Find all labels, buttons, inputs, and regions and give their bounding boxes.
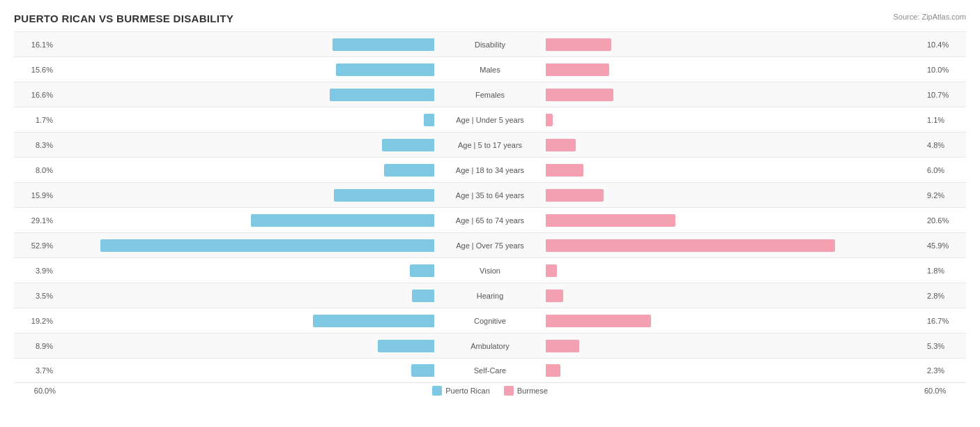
left-bar-wrap (56, 264, 434, 277)
right-bar-wrap (546, 63, 924, 76)
val-left: 3.5% (14, 292, 56, 300)
footer-left-pct: 60.0% (14, 387, 56, 395)
center-label: Age | Over 75 years (434, 241, 546, 250)
val-left: 3.7% (14, 366, 56, 375)
legend-blue-item: Puerto Rican (432, 386, 490, 396)
val-left: 52.9% (14, 241, 56, 250)
right-bar-wrap (546, 315, 924, 327)
val-right: 10.7% (924, 91, 966, 99)
chart-container: PUERTO RICAN VS BURMESE DISABILITY Sourc… (0, 0, 980, 403)
right-bar-wrap (546, 364, 924, 377)
center-label: Hearing (434, 292, 546, 300)
bar-blue (378, 340, 434, 352)
right-bar-wrap (546, 114, 924, 126)
bar-group: 3.5% Hearing 2.8% (14, 286, 966, 306)
left-bar-wrap (56, 340, 434, 352)
bars-area: Age | Under 5 years (56, 110, 924, 130)
right-bar-wrap (546, 290, 924, 302)
bar-group: 29.1% Age | 65 to 74 years 20.6% (14, 211, 966, 230)
left-bar-wrap (56, 239, 434, 252)
bar-blue (384, 164, 434, 177)
bars-area: Self-Care (56, 361, 924, 380)
right-bar-wrap (546, 139, 924, 151)
val-left: 8.9% (14, 342, 56, 350)
center-label: Age | 5 to 17 years (434, 141, 546, 149)
chart-row: 1.7% Age | Under 5 years 1.1% (14, 107, 966, 132)
source-text: Source: ZipAtlas.com (893, 13, 966, 21)
bar-blue (412, 290, 434, 302)
left-bar-wrap (56, 114, 434, 126)
bar-group: 15.6% Males 10.0% (14, 60, 966, 80)
chart-row: 8.3% Age | 5 to 17 years 4.8% (14, 132, 966, 157)
val-left: 8.0% (14, 166, 56, 174)
val-left: 29.1% (14, 216, 56, 225)
chart-row: 52.9% Age | Over 75 years 45.9% (14, 232, 966, 257)
bars-area: Age | 65 to 74 years (56, 211, 924, 230)
bar-pink (546, 364, 560, 377)
bar-pink (546, 139, 576, 151)
left-bar-wrap (56, 63, 434, 76)
left-bar-wrap (56, 315, 434, 327)
right-bar-wrap (546, 214, 924, 227)
bar-blue (100, 239, 434, 252)
chart-row: 15.6% Males 10.0% (14, 57, 966, 82)
right-bar-wrap (546, 340, 924, 352)
center-label: Cognitive (434, 317, 546, 325)
right-bar-wrap (546, 264, 924, 277)
center-label: Females (434, 91, 546, 99)
chart-title: PUERTO RICAN VS BURMESE DISABILITY (14, 13, 233, 24)
bars-area: Disability (56, 35, 924, 54)
chart-row: 19.2% Cognitive 16.7% (14, 308, 966, 333)
left-bar-wrap (56, 139, 434, 151)
center-label: Age | 65 to 74 years (434, 216, 546, 225)
legend-blue-label: Puerto Rican (445, 387, 490, 395)
val-left: 8.3% (14, 141, 56, 149)
chart-row: 8.0% Age | 18 to 34 years 6.0% (14, 157, 966, 182)
bar-group: 16.1% Disability 10.4% (14, 35, 966, 54)
center-label: Self-Care (434, 366, 546, 375)
bar-pink (546, 189, 604, 202)
center-label: Age | 35 to 64 years (434, 191, 546, 200)
chart-row: 3.9% Vision 1.8% (14, 257, 966, 283)
chart-row: 29.1% Age | 65 to 74 years 20.6% (14, 207, 966, 232)
chart-row: 8.9% Ambulatory 5.3% (14, 333, 966, 358)
left-bar-wrap (56, 189, 434, 202)
bars-area: Age | Over 75 years (56, 236, 924, 255)
val-right: 1.1% (924, 116, 966, 124)
bar-group: 19.2% Cognitive 16.7% (14, 311, 966, 331)
val-left: 15.9% (14, 191, 56, 200)
legend: Puerto Rican Burmese (56, 386, 924, 396)
val-right: 4.8% (924, 141, 966, 149)
chart-body: 16.1% Disability 10.4% 15.6% (14, 31, 966, 383)
bars-area: Hearing (56, 286, 924, 306)
bar-group: 15.9% Age | 35 to 64 years 9.2% (14, 186, 966, 205)
left-bar-wrap (56, 290, 434, 302)
bar-pink (546, 114, 553, 126)
bar-blue (382, 139, 434, 151)
bar-pink (546, 63, 609, 76)
bar-group: 8.0% Age | 18 to 34 years 6.0% (14, 160, 966, 180)
chart-row: 16.6% Females 10.7% (14, 82, 966, 107)
bar-blue (332, 38, 434, 51)
val-right: 16.7% (924, 317, 966, 325)
bar-group: 1.7% Age | Under 5 years 1.1% (14, 110, 966, 130)
chart-footer: 60.0% Puerto Rican Burmese 60.0% (14, 386, 966, 396)
chart-row: 3.7% Self-Care 2.3% (14, 358, 966, 383)
bar-pink (546, 315, 651, 327)
val-right: 6.0% (924, 166, 966, 174)
bar-group: 16.6% Females 10.7% (14, 85, 966, 105)
bar-blue (411, 364, 434, 377)
val-right: 10.4% (924, 40, 966, 49)
bars-area: Age | 35 to 64 years (56, 186, 924, 205)
left-bar-wrap (56, 38, 434, 51)
center-label: Males (434, 66, 546, 74)
center-label: Vision (434, 267, 546, 275)
bar-pink (546, 164, 583, 177)
chart-row: 15.9% Age | 35 to 64 years 9.2% (14, 182, 966, 207)
bar-blue (424, 114, 434, 126)
bar-pink (546, 89, 613, 101)
val-right: 20.6% (924, 216, 966, 225)
bar-pink (546, 340, 579, 352)
right-bar-wrap (546, 38, 924, 51)
bars-area: Ambulatory (56, 336, 924, 356)
